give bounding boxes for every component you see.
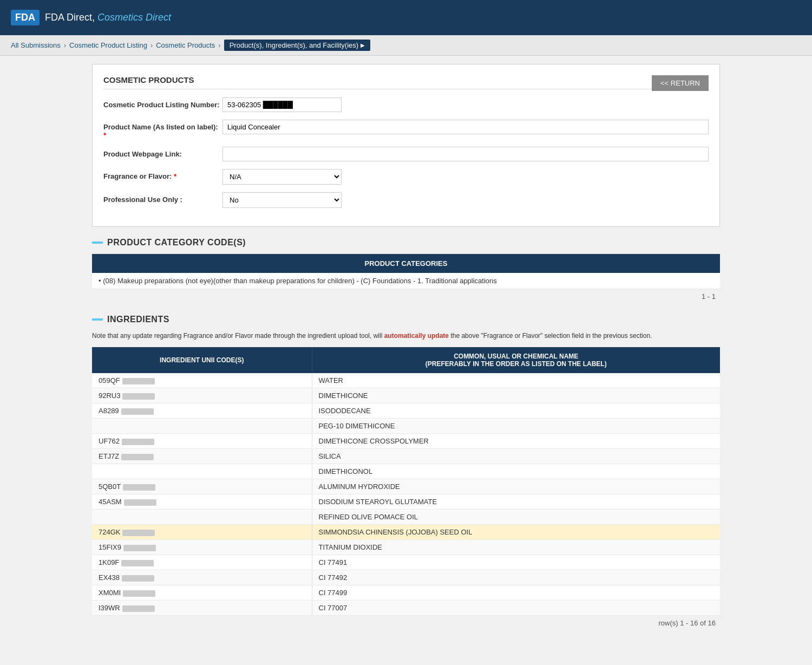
ingredient-name-cell: CI 77492: [312, 570, 720, 585]
main-content: << RETURN COSMETIC PRODUCTS Cosmetic Pro…: [81, 56, 731, 649]
ingredient-row: I39WRCI 77007: [92, 601, 720, 616]
ingredient-name-cell: WATER: [312, 373, 720, 388]
product-name-input[interactable]: [222, 120, 709, 134]
ingredient-row: 92RU3DIMETHICONE: [92, 388, 720, 403]
code-blurred-part: [122, 378, 155, 384]
code-blurred-part: [121, 454, 154, 460]
ingredient-code-cell: 1K09F: [92, 555, 312, 570]
webpage-label: Product Webpage Link:: [103, 147, 222, 158]
ingredients-heading: INGREDIENTS: [92, 315, 720, 324]
product-name-input-wrap: [222, 120, 709, 134]
cosmetic-products-card: << RETURN COSMETIC PRODUCTS Cosmetic Pro…: [92, 64, 720, 227]
ingredients-heading-title: INGREDIENTS: [107, 315, 169, 324]
ingredient-name-cell: TITANIUM DIOXIDE: [312, 540, 720, 555]
rows-info: row(s) 1 - 16 of 16: [92, 616, 720, 630]
listing-number-input-wrap: [222, 97, 709, 112]
ingredient-name-col-header: COMMON, USUAL OR CHEMICAL NAME (PREFERAB…: [312, 347, 720, 373]
ingredient-row: 1K09FCI 77491: [92, 555, 720, 570]
fragrance-row: Fragrance or Flavor: * N/A Yes No: [103, 169, 709, 185]
ingredient-name-cell: CI 77007: [312, 601, 720, 616]
code-blurred-part: [121, 408, 154, 415]
ingredient-code-cell: 92RU3: [92, 388, 312, 403]
code-blurred-part: [123, 484, 155, 491]
ingredient-name-cell: CI 77499: [312, 585, 720, 601]
ingredient-code-cell: XM0MI: [92, 585, 312, 601]
fragrance-select-wrap: N/A Yes No: [222, 169, 709, 185]
ingredient-name-cell: CI 77491: [312, 555, 720, 570]
ingredient-code-cell: 5QB0T: [92, 479, 312, 494]
ingredient-code-cell: 15FIX9: [92, 540, 312, 555]
product-category-pagination: 1 - 1: [92, 289, 720, 304]
code-blurred-part: [122, 530, 155, 536]
professional-use-label: Professional Use Only :: [103, 192, 222, 204]
fragrance-required: *: [174, 172, 176, 180]
ingredient-row: 724GKSIMMONDSIA CHINENSIS (JOJOBA) SEED …: [92, 525, 720, 540]
product-category-table-header-row: PRODUCT CATEGORIES: [92, 254, 720, 273]
ingredient-row: 45ASMDISODIUM STEAROYL GLUTAMATE: [92, 494, 720, 510]
breadcrumb: All Submissions › Cosmetic Product Listi…: [0, 35, 812, 56]
app-header: FDA FDA Direct, Cosmetics Direct: [0, 0, 812, 35]
ingredient-table-header-row: INGREDIENT UNII CODE(S) COMMON, USUAL OR…: [92, 347, 720, 373]
ingredient-code-cell: [92, 510, 312, 525]
listing-number-row: Cosmetic Product Listing Number:: [103, 97, 709, 112]
ingredient-row: ETJ7ZSILICA: [92, 449, 720, 464]
product-name-required: *: [103, 131, 106, 139]
listing-number-label: Cosmetic Product Listing Number:: [103, 97, 222, 109]
ingredients-heading-bar: [92, 318, 103, 321]
breadcrumb-all-submissions[interactable]: All Submissions: [11, 41, 61, 49]
professional-use-row: Professional Use Only : No Yes: [103, 192, 709, 208]
ingredient-row: DIMETHICONOL: [92, 464, 720, 479]
ingredient-code-col-header: INGREDIENT UNII CODE(S): [92, 347, 312, 373]
ingredient-code-cell: A8289: [92, 403, 312, 419]
code-blurred-part: [121, 560, 154, 566]
code-blurred-part: [122, 439, 154, 445]
ingredient-row: A8289ISODODECANE: [92, 403, 720, 419]
ingredient-row: XM0MICI 77499: [92, 585, 720, 601]
breadcrumb-cosmetic-product-listing[interactable]: Cosmetic Product Listing: [69, 41, 147, 49]
ingredient-table: INGREDIENT UNII CODE(S) COMMON, USUAL OR…: [92, 347, 720, 616]
code-blurred-part: [122, 393, 155, 400]
ingredient-name-cell: DISODIUM STEAROYL GLUTAMATE: [312, 494, 720, 510]
return-button[interactable]: << RETURN: [652, 75, 709, 91]
ingredient-code-cell: I39WR: [92, 601, 312, 616]
product-name-label: Product Name (As listed on label): *: [103, 120, 222, 139]
professional-use-select[interactable]: No Yes: [222, 192, 342, 208]
product-category-heading-bar: [92, 242, 103, 244]
ingredients-note: Note that any update regarding Fragrance…: [92, 331, 720, 341]
ingredient-row: EX438CI 77492: [92, 570, 720, 585]
code-blurred-part: [124, 499, 156, 506]
ingredient-row: 5QB0TALUMINUM HYDROXIDE: [92, 479, 720, 494]
ingredient-name-cell: REFINED OLIVE POMACE OIL: [312, 510, 720, 525]
fragrance-select[interactable]: N/A Yes No: [222, 169, 342, 185]
product-category-heading: PRODUCT CATEGORY CODE(S): [92, 238, 720, 247]
ingredient-name-cell: DIMETHICONE CROSSPOLYMER: [312, 434, 720, 449]
code-blurred-part: [123, 590, 155, 597]
ingredient-row: UF762DIMETHICONE CROSSPOLYMER: [92, 434, 720, 449]
product-category-section: PRODUCT CATEGORY CODE(S) PRODUCT CATEGOR…: [92, 238, 720, 304]
product-category-heading-title: PRODUCT CATEGORY CODE(S): [107, 238, 246, 247]
fda-logo: FDA: [11, 10, 40, 25]
code-blurred-part: [122, 575, 154, 582]
ingredient-name-cell: PEG-10 DIMETHICONE: [312, 419, 720, 434]
breadcrumb-sep-1: ›: [64, 41, 66, 49]
ingredient-name-cell: ALUMINUM HYDROXIDE: [312, 479, 720, 494]
ingredient-code-cell: 45ASM: [92, 494, 312, 510]
ingredient-name-cell: DIMETHICONE: [312, 388, 720, 403]
product-category-row: • (08) Makeup preparations (not eye)(oth…: [92, 273, 720, 289]
ingredient-code-cell: [92, 419, 312, 434]
ingredient-name-cell: DIMETHICONOL: [312, 464, 720, 479]
ingredient-name-cell: SILICA: [312, 449, 720, 464]
breadcrumb-cosmetic-products[interactable]: Cosmetic Products: [156, 41, 215, 49]
listing-number-input[interactable]: [222, 97, 342, 112]
code-blurred-part: [123, 545, 156, 551]
ingredient-name-cell: ISODODECANE: [312, 403, 720, 419]
webpage-input[interactable]: [222, 147, 709, 161]
ingredient-code-cell: ETJ7Z: [92, 449, 312, 464]
breadcrumb-sep-2: ›: [150, 41, 153, 49]
product-category-table: PRODUCT CATEGORIES • (08) Makeup prepara…: [92, 254, 720, 289]
ingredient-row: PEG-10 DIMETHICONE: [92, 419, 720, 434]
ingredient-code-cell: 059QF: [92, 373, 312, 388]
product-category-cell: • (08) Makeup preparations (not eye)(oth…: [92, 273, 720, 289]
webpage-row: Product Webpage Link:: [103, 147, 709, 161]
code-blurred-part: [122, 605, 155, 612]
